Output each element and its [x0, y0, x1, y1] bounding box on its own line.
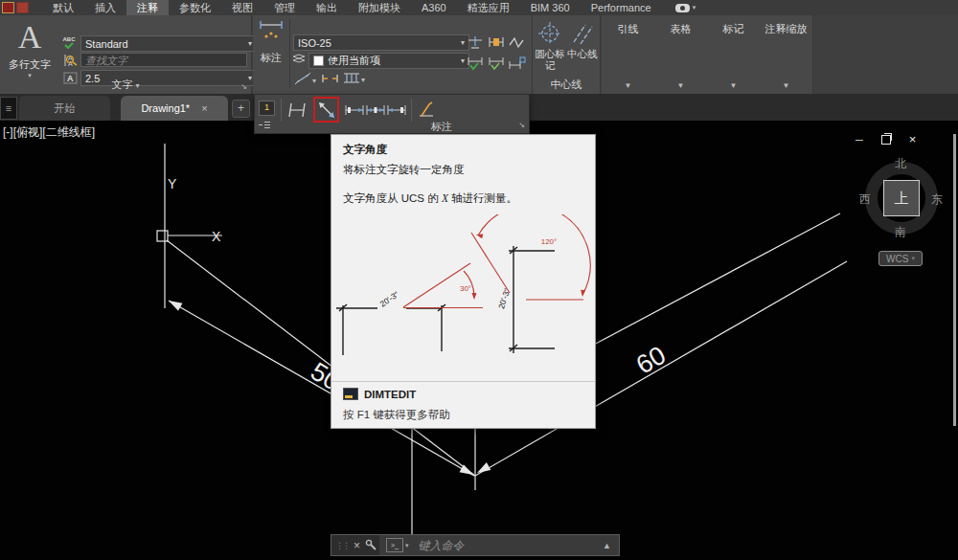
drawing1-tab[interactable]: Drawing1* × [121, 96, 228, 121]
dim-oblique-icon[interactable] [286, 100, 308, 121]
centerline-label: 中心线 [567, 48, 598, 59]
viewport-controls[interactable]: [-][俯视][二维线框] [3, 124, 95, 141]
chevron-down-icon: ▾ [248, 39, 252, 48]
command-line-bar: ⋮⋮ × >_ ▾ ▲ [331, 534, 620, 556]
tab-annotate[interactable]: 注释 [126, 0, 169, 15]
panel-leader-collapsed[interactable]: 引线 ▼ [602, 15, 655, 94]
tab-parametric[interactable]: 参数化 [169, 0, 221, 15]
tooltip-title: 文字角度 [343, 143, 387, 157]
tab-output[interactable]: 输出 [306, 0, 348, 15]
right-edge-strip [953, 134, 956, 426]
table-panel-label: 表格 [654, 22, 707, 36]
text-center-justify-icon[interactable] [365, 100, 386, 121]
restore-button[interactable] [881, 135, 891, 145]
dimension-flyout: 1 标注 ↘ [254, 94, 530, 134]
recent-commands-icon[interactable]: >_ [386, 538, 403, 552]
dim-style-dropdown[interactable]: ISO-25 ▾ [293, 34, 469, 51]
panel-table-collapsed[interactable]: 表格 ▼ [654, 15, 708, 94]
text-right-justify-icon[interactable] [386, 100, 407, 121]
dim-jog-icon[interactable] [508, 34, 527, 50]
drag-handle-icon[interactable]: ⋮⋮ [335, 541, 349, 550]
annotation-scale-icon[interactable]: 1 [259, 101, 275, 116]
viewcube-west[interactable]: 西 [859, 191, 871, 208]
ribbon-tab-bar: 默认 插入 注释 参数化 视图 管理 输出 附加模块 A360 精选应用 BIM… [0, 0, 958, 15]
text-style-dropdown[interactable]: Standard ▾ [80, 35, 257, 52]
find-text-input[interactable] [80, 53, 247, 67]
viewcube-east[interactable]: 东 [931, 191, 943, 208]
dim-break-icon[interactable] [321, 71, 338, 85]
ribbon-display-button[interactable]: ▾ [675, 4, 696, 12]
dim-spacing-icon[interactable]: ▾ [341, 71, 368, 85]
panel-text: A 多行文字 ▾ ABC Standard ▾ AA [0, 15, 252, 94]
oblique-angle-icon[interactable] [416, 100, 437, 121]
tooltip-diagram: 20'-3" 20'-3" 30° 120° [331, 214, 597, 384]
dim-layer-icon [291, 53, 306, 66]
close-icon[interactable]: × [354, 539, 360, 552]
chevron-down-icon: ▾ [461, 38, 465, 47]
mtext-icon: A [4, 19, 56, 56]
expand-history-icon[interactable]: ▲ [603, 541, 611, 550]
command-input[interactable] [417, 538, 604, 553]
centerline-button[interactable]: 中心线 [567, 21, 598, 59]
diagram-angle-120: 120° [541, 237, 558, 246]
tab-insert[interactable]: 插入 [84, 0, 126, 15]
text-left-justify-icon[interactable] [344, 100, 365, 121]
app-icons [2, 2, 29, 13]
diagram-dim-text-right: 20'-3" [496, 287, 512, 310]
minimize-button[interactable]: ─ [855, 134, 863, 146]
panel-expander-icon[interactable]: ↘ [518, 121, 525, 129]
dim-check2-icon[interactable] [487, 56, 506, 71]
customize-wrench-icon[interactable] [365, 539, 377, 551]
search-icon[interactable] [65, 55, 78, 66]
ribbon: A 多行文字 ▾ ABC Standard ▾ AA [0, 15, 958, 94]
dim-edit-icon[interactable] [487, 34, 506, 50]
tab-default[interactable]: 默认 [42, 0, 84, 15]
dim-check1-icon[interactable] [466, 56, 485, 71]
dim-aligned-icon[interactable]: ▾ [293, 71, 318, 85]
chevron-down-icon: ▾ [461, 56, 465, 65]
dimension-button[interactable]: 标注 [255, 19, 287, 90]
centerline-icon [570, 21, 595, 46]
dimension-icon [258, 19, 285, 44]
command-icon [343, 388, 358, 400]
tab-performance[interactable]: Performance [581, 0, 662, 15]
dim-layer-dropdown[interactable]: 使用当前项 ▾ [308, 53, 469, 69]
attach-icon[interactable] [259, 122, 270, 128]
dim-update-icon[interactable] [508, 56, 527, 71]
start-tab[interactable]: 开始 [19, 96, 110, 121]
viewcube-north[interactable]: 北 [895, 156, 906, 172]
panel-expander-icon[interactable]: ↘ [240, 82, 247, 91]
center-mark-button[interactable]: 圆心标记 [535, 21, 565, 71]
center-mark-label: 圆心标记 [535, 48, 565, 71]
tab-a360[interactable]: A360 [411, 0, 457, 15]
annoscale-panel-label: 注释缩放 [760, 22, 812, 36]
viewport-menu-button[interactable]: ≡ [0, 97, 17, 120]
panel-annoscale-collapsed[interactable]: 注释缩放 ▼ [760, 15, 813, 94]
panel-markup-collapsed[interactable]: 标记 ▼ [707, 15, 761, 94]
text-angle-tool[interactable] [316, 100, 337, 121]
wcs-dropdown[interactable]: WCS ▾ [878, 251, 923, 266]
camera-icon [675, 4, 690, 12]
close-button[interactable]: × [909, 132, 917, 146]
tooltip-command: DIMTEDIT [343, 388, 416, 400]
close-tab-icon[interactable]: × [201, 102, 207, 114]
tooltip-footer: DIMTEDIT 按 F1 键获得更多帮助 [331, 381, 595, 428]
layer-color-swatch [313, 56, 324, 66]
ucs-x-label: X [212, 229, 221, 244]
text-panel-label: 文字 [111, 78, 132, 90]
new-tab-button[interactable]: + [232, 100, 250, 118]
tab-bim360[interactable]: BIM 360 [520, 0, 581, 15]
text-angle-tooltip: 文字角度 将标注文字旋转一定角度 文字角度从 UCS 的 X 轴进行测量。 20… [331, 134, 596, 429]
app-icon-red [2, 2, 14, 13]
viewcube-top-face[interactable]: 上 [883, 180, 920, 216]
tab-featured-apps[interactable]: 精选应用 [457, 0, 520, 15]
chevron-down-icon: ▾ [911, 255, 915, 262]
chevron-down-icon: ▼ [707, 81, 760, 90]
svg-text:▾: ▾ [361, 76, 365, 84]
dim-reassociate-icon[interactable] [466, 34, 485, 50]
tab-manage[interactable]: 管理 [263, 0, 306, 15]
text-panel-footer[interactable]: 文字 ▾ [0, 78, 251, 92]
viewcube-south[interactable]: 南 [895, 224, 906, 240]
tab-view[interactable]: 视图 [221, 0, 263, 15]
tab-addins[interactable]: 附加模块 [348, 0, 411, 15]
